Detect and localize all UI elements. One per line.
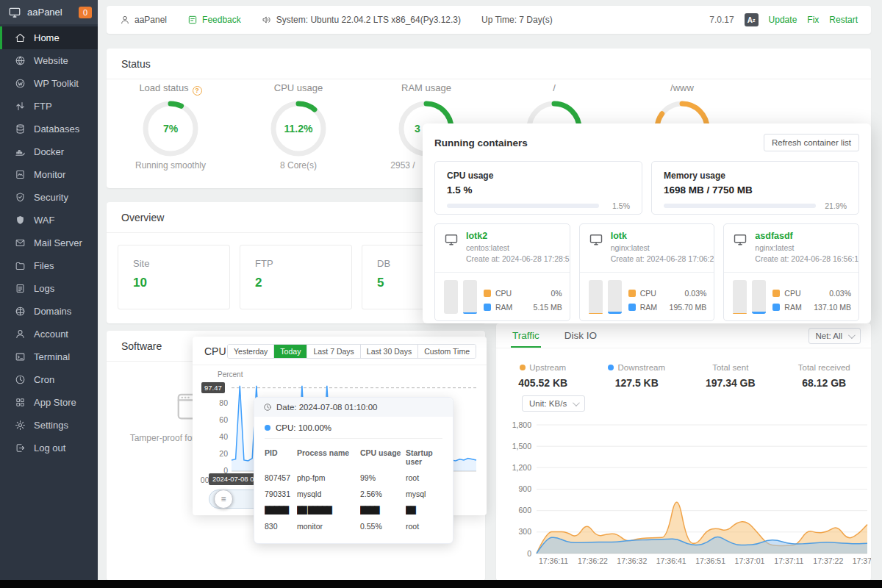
logo[interactable]: aaPanel 0 (0, 0, 98, 24)
svg-text:600: 600 (518, 506, 531, 514)
gear-icon (15, 420, 26, 431)
overview-card-ftp[interactable]: FTP 2 (240, 245, 352, 309)
cpu-range-tab-yesterday[interactable]: Yesterday (228, 345, 273, 358)
folder-icon (15, 260, 26, 271)
fix-link[interactable]: Fix (807, 15, 819, 25)
sidebar-item-log-out[interactable]: Log out (0, 437, 98, 459)
feedback-label: Feedback (202, 15, 241, 25)
sidebar-item-logs[interactable]: Logs (0, 277, 98, 300)
sidebar-item-account[interactable]: Account (0, 323, 98, 345)
feedback-link[interactable]: Feedback (187, 15, 241, 25)
appstore-icon (15, 397, 26, 408)
sidebar-item-label: WAF (34, 215, 54, 226)
wp-icon (15, 78, 26, 89)
help-icon[interactable]: ? (193, 86, 202, 96)
person-icon (120, 15, 130, 25)
ram-legend-icon (772, 304, 780, 311)
database-icon (15, 123, 26, 135)
version-label: 7.0.17 (709, 15, 734, 25)
bottom-bar (0, 580, 882, 588)
svg-text:17:37:11: 17:37:11 (774, 556, 803, 565)
cpu-legend-icon (628, 290, 636, 297)
cpu-range-tab-last-7-days[interactable]: Last 7 Days (306, 345, 359, 358)
sidebar-item-cron[interactable]: Cron (0, 368, 98, 391)
sidebar-item-databases[interactable]: Databases (0, 118, 98, 140)
cpu-range-tab-last-30-days[interactable]: Last 30 Days (360, 345, 417, 358)
sidebar-item-ftp[interactable]: FTP (0, 95, 98, 118)
svg-text:17:37:01: 17:37:01 (735, 556, 765, 565)
sidebar-item-settings[interactable]: Settings (0, 414, 98, 437)
cpu-range-tab-today[interactable]: Today (273, 345, 306, 358)
legend-dot-icon (520, 365, 526, 370)
cron-icon (15, 374, 26, 385)
process-table-header: PIDProcess nameCPU usageStartup user (265, 445, 442, 470)
uptime: Up Time: 7 Day(s) (481, 15, 553, 25)
megaphone-icon (262, 15, 272, 25)
waf-icon (15, 215, 26, 226)
net-select[interactable]: Net: All (808, 328, 861, 344)
svg-text:1,500: 1,500 (512, 442, 531, 451)
sidebar-item-home[interactable]: Home (0, 26, 98, 49)
container-card-lotk2[interactable]: lotk2 centos:latest Create at: 2024-06-2… (434, 223, 570, 321)
stat-downstream: Downstream 127.5 KB (590, 363, 684, 389)
sidebar-item-terminal[interactable]: Terminal (0, 345, 98, 368)
cpu-range-tab-custom-time[interactable]: Custom Time (417, 345, 476, 358)
sidebar-item-docker[interactable]: Docker (0, 140, 98, 163)
sidebar-item-domains[interactable]: Domains (0, 300, 98, 323)
sidebar-item-mail-server[interactable]: Mail Server (0, 232, 98, 254)
svg-text:1,200: 1,200 (512, 463, 531, 472)
sidebar: aaPanel 0 Home Website WP Toolkit FTP Da… (0, 0, 98, 588)
sidebar-item-wp-toolkit[interactable]: WP Toolkit (0, 72, 98, 95)
stat-total-sent: Total sent 197.34 GB (684, 363, 778, 389)
account-menu[interactable]: aaPanel (120, 15, 167, 25)
container-card-lotk[interactable]: lotk nginx:latest Create at: 2024-06-28 … (579, 223, 715, 321)
modal-title: Running containers (434, 137, 528, 148)
update-link[interactable]: Update (769, 15, 797, 25)
docker-icon (15, 146, 26, 157)
tab-traffic[interactable]: Traffic (512, 330, 539, 348)
status-title: Status (107, 49, 871, 79)
sidebar-item-waf[interactable]: WAF (0, 209, 98, 232)
clock-icon (263, 403, 272, 412)
gauge-cpu-usage: CPU usage 11.2% 8 Core(s) (234, 82, 362, 171)
svg-text:17:36:51: 17:36:51 (695, 556, 725, 565)
gauge-subtext: Running smoothly (107, 160, 234, 171)
traffic-chart[interactable]: 1,8001,5001,200900600300017:36:1117:36:2… (496, 412, 871, 581)
sidebar-item-files[interactable]: Files (0, 254, 98, 277)
progress-bar (447, 204, 599, 208)
sidebar-item-monitor[interactable]: Monitor (0, 163, 98, 186)
home-icon (15, 32, 26, 43)
stat-total-received: Total received 68.12 GB (778, 363, 872, 389)
sidebar-item-app-store[interactable]: App Store (0, 391, 98, 414)
summary-memory-usage: Memory usage 1698 MB / 7750 MB 21.9% (651, 161, 859, 215)
notification-badge[interactable]: 0 (79, 7, 92, 18)
shield-icon (15, 192, 26, 203)
svg-text:1,800: 1,800 (512, 420, 531, 429)
terminal-icon (15, 351, 26, 362)
svg-text:17:37:22: 17:37:22 (813, 556, 843, 565)
svg-text:300: 300 (518, 527, 531, 536)
sidebar-item-security[interactable]: Security (0, 186, 98, 209)
sidebar-item-label: App Store (34, 397, 76, 408)
ram-legend-icon (628, 304, 636, 311)
unit-select[interactable]: Unit: KB/s (522, 395, 585, 412)
svg-text:17:36:32: 17:36:32 (617, 556, 647, 565)
tab-disk-io[interactable]: Disk IO (564, 330, 597, 348)
traffic-stats: Upstream 405.52 KB Downstream 127.5 KB T… (496, 363, 871, 389)
refresh-container-list-button[interactable]: Refresh container list (764, 134, 859, 151)
language-switch-icon[interactable]: Az (745, 13, 759, 26)
restart-link[interactable]: Restart (829, 15, 858, 25)
sidebar-item-website[interactable]: Website (0, 49, 98, 72)
monitor-icon (588, 232, 604, 247)
cpu-datazoom-handle[interactable]: ≡ (214, 490, 233, 509)
overview-card-site[interactable]: Site 10 (118, 245, 230, 309)
chevron-down-icon (573, 399, 580, 406)
legend-dot-icon (608, 365, 614, 370)
globe-icon (15, 55, 26, 66)
ram-bar (463, 280, 477, 314)
traffic-panel: TrafficDisk IO Net: All Upstream 405.52 … (496, 323, 871, 581)
container-card-asdfasdf[interactable]: asdfasdf nginx:latest Create at: 2024-06… (723, 223, 859, 321)
svg-text:0: 0 (527, 549, 531, 558)
summary-cpu-usage: CPU usage 1.5 % 1.5% (434, 161, 642, 215)
logout-icon (15, 442, 26, 453)
